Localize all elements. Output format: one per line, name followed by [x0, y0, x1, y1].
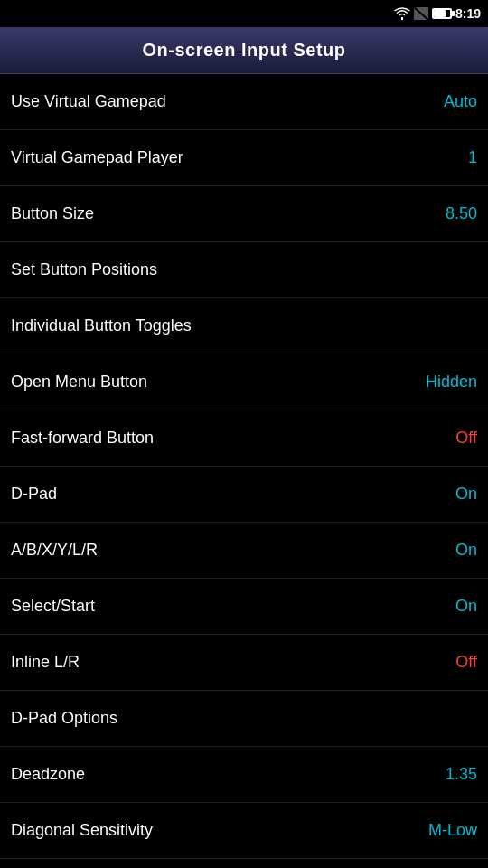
- wifi-icon: [394, 7, 410, 20]
- value-button-size: 8.50: [446, 204, 477, 223]
- label-individual-button-toggles: Individual Button Toggles: [11, 316, 192, 335]
- label-inline-lr: Inline L/R: [11, 653, 80, 672]
- status-time: 8:19: [455, 6, 481, 21]
- label-d-pad: D-Pad: [11, 485, 57, 504]
- settings-row-button-size[interactable]: Button Size8.50: [0, 186, 488, 242]
- settings-row-select-start[interactable]: Select/StartOn: [0, 579, 488, 635]
- settings-list: Use Virtual GamepadAutoVirtual Gamepad P…: [0, 74, 488, 859]
- signal-no-icon: [414, 7, 428, 20]
- value-deadzone: 1.35: [446, 765, 477, 784]
- settings-row-d-pad[interactable]: D-PadOn: [0, 467, 488, 523]
- battery-icon: [432, 8, 452, 19]
- value-open-menu-button: Hidden: [426, 373, 477, 392]
- settings-row-virtual-gamepad-player[interactable]: Virtual Gamepad Player1: [0, 130, 488, 186]
- label-deadzone: Deadzone: [11, 765, 85, 784]
- label-d-pad-options: D-Pad Options: [11, 709, 117, 728]
- label-button-size: Button Size: [11, 204, 94, 223]
- label-open-menu-button: Open Menu Button: [11, 373, 147, 392]
- page-title: On-screen Input Setup: [143, 40, 346, 61]
- value-use-virtual-gamepad: Auto: [444, 92, 477, 111]
- value-select-start: On: [455, 597, 477, 616]
- label-abxylr: A/B/X/Y/L/R: [11, 541, 98, 560]
- label-virtual-gamepad-player: Virtual Gamepad Player: [11, 148, 183, 167]
- value-inline-lr: Off: [455, 653, 477, 672]
- settings-row-inline-lr[interactable]: Inline L/ROff: [0, 635, 488, 691]
- settings-row-fast-forward-button[interactable]: Fast-forward ButtonOff: [0, 410, 488, 467]
- settings-row-d-pad-options[interactable]: D-Pad Options: [0, 691, 488, 747]
- label-select-start: Select/Start: [11, 597, 95, 616]
- value-diagonal-sensitivity: M-Low: [428, 821, 477, 840]
- settings-row-use-virtual-gamepad[interactable]: Use Virtual GamepadAuto: [0, 74, 488, 130]
- value-d-pad: On: [455, 485, 477, 504]
- status-bar: 8:19: [0, 0, 488, 27]
- settings-row-individual-button-toggles[interactable]: Individual Button Toggles: [0, 298, 488, 354]
- value-virtual-gamepad-player: 1: [468, 148, 477, 167]
- value-fast-forward-button: Off: [455, 429, 477, 448]
- status-icons: 8:19: [394, 6, 481, 21]
- settings-row-deadzone[interactable]: Deadzone1.35: [0, 747, 488, 803]
- value-abxylr: On: [455, 541, 477, 560]
- label-use-virtual-gamepad: Use Virtual Gamepad: [11, 92, 166, 111]
- settings-row-diagonal-sensitivity[interactable]: Diagonal SensitivityM-Low: [0, 803, 488, 859]
- label-fast-forward-button: Fast-forward Button: [11, 429, 154, 448]
- settings-row-set-button-positions[interactable]: Set Button Positions: [0, 242, 488, 298]
- header: On-screen Input Setup: [0, 27, 488, 74]
- settings-row-abxylr[interactable]: A/B/X/Y/L/ROn: [0, 523, 488, 579]
- label-diagonal-sensitivity: Diagonal Sensitivity: [11, 821, 153, 840]
- label-set-button-positions: Set Button Positions: [11, 260, 157, 279]
- settings-row-open-menu-button[interactable]: Open Menu ButtonHidden: [0, 354, 488, 410]
